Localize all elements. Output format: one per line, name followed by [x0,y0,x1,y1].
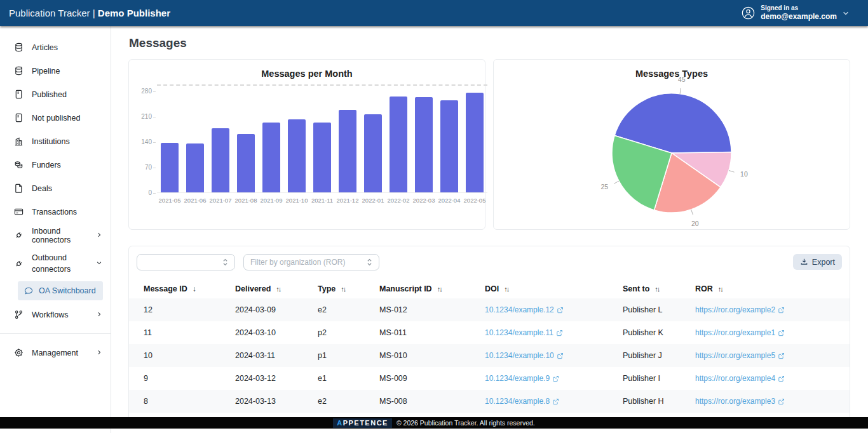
bar [186,143,204,192]
chevron-down-icon [843,8,849,19]
cell-delivered: 2024-03-11 [228,351,311,360]
doi-link[interactable]: 10.1234/example.11 [485,328,563,337]
column-header-delivered[interactable]: Delivered↑↓ [228,284,311,293]
journal-icon [14,113,24,123]
sidebar-item-published[interactable]: Published [0,83,111,106]
bar-chart-y-axis: 070140210280 [132,84,157,193]
coins-icon [14,160,24,170]
sidebar-item-workflows[interactable]: Workflows [0,303,111,326]
sidebar-item-institutions[interactable]: Institutions [0,130,111,153]
x-tick-label: 2021-09 [259,197,284,204]
cell-ror: https://ror.org/example1 [688,328,842,337]
sort-both-icon: ↑↓ [276,285,280,293]
sidebar-item-label: Funders [32,161,61,170]
bar [288,119,306,192]
pie-data-label: 25 [601,183,609,190]
cell-delivered: 2024-03-13 [228,397,311,406]
sidebar-item-inbound-connectors[interactable]: Inbound connectors [0,223,111,247]
credit-card-icon [14,207,24,216]
cell-manuscript-id: MS-012 [372,305,478,314]
doi-link[interactable]: 10.1234/example.12 [485,305,564,314]
user-menu[interactable]: Signed in as demo@example.com [742,4,849,22]
copyright-text: © 2026 Publication Tracker. All rights r… [397,419,535,427]
sidebar-item-label: OA Switchboard [39,286,96,295]
cell-delivered: 2024-03-10 [228,328,311,337]
column-header-type[interactable]: Type↑↓ [311,284,372,293]
cell-type: p2 [311,328,372,337]
cell-message-id: 10 [137,351,228,360]
ror-filter-select[interactable]: Filter by organization (ROR) [243,254,379,270]
cell-manuscript-id: MS-008 [372,397,478,406]
bar [262,123,280,192]
doi-link[interactable]: 10.1234/example.8 [485,397,559,406]
bar [364,114,382,192]
external-link-icon [552,398,559,405]
cell-sent-to: Publisher K [616,328,688,337]
table-toolbar: Filter by organization (ROR) Export [129,254,850,270]
ror-link[interactable]: https://ror.org/example2 [695,305,785,314]
sidebar-item-oa-switchboard[interactable]: OA Switchboard [18,281,103,300]
table-header-row: Message ID↓Delivered↑↓Type↑↓Manuscript I… [129,279,850,298]
column-label: ROR [695,284,713,293]
column-header-manuscript-id[interactable]: Manuscript ID↑↓ [372,284,478,293]
export-button[interactable]: Export [793,254,842,270]
x-tick-label: 2021-05 [157,197,182,204]
column-label: Delivered [235,284,271,293]
column-header-ror[interactable]: ROR↑↓ [688,284,842,293]
ror-link[interactable]: https://ror.org/example3 [695,397,785,406]
x-tick-label: 2021-07 [208,197,233,204]
sidebar-item-label: Inbound connectors [32,227,88,244]
sidebar-item-label: Published [32,90,67,99]
column-header-sent-to[interactable]: Sent to↑↓ [616,284,688,293]
sidebar-item-label: Outbound connectors [32,252,88,275]
column-label: Sent to [623,284,649,293]
doi-link[interactable]: 10.1234/example.10 [485,351,564,360]
column-header-doi[interactable]: DOI↑↓ [478,284,616,293]
sort-desc-icon: ↓ [193,284,196,293]
bar [313,123,331,192]
bar-chart-title: Messages per Month [129,69,485,79]
cell-ror: https://ror.org/example5 [688,351,842,360]
cell-type: e2 [311,305,372,314]
export-label: Export [812,258,835,267]
cell-doi: 10.1234/example.8 [478,397,616,406]
journal-icon [14,90,24,99]
pie-label-line [680,88,681,94]
cell-sent-to: Publisher I [616,374,688,383]
bar-chart-x-axis: 2021-052021-062021-072021-082021-092021-… [157,197,487,204]
column-label: Manuscript ID [379,284,432,293]
sidebar-item-label: Pipeline [32,67,60,76]
sidebar-item-not-published[interactable]: Not published [0,106,111,130]
select-chevrons-icon [360,258,372,267]
download-icon [800,258,808,266]
cell-ror: https://ror.org/example4 [688,374,842,383]
plug-icon [14,259,24,269]
cell-message-id: 8 [137,397,228,406]
sidebar-item-label: Management [32,349,78,357]
sidebar: Articles Pipeline Published Not publishe… [0,26,111,433]
doi-link[interactable]: 10.1234/example.9 [485,374,559,383]
x-tick-label: 2022-04 [437,197,462,204]
sidebar-item-deals[interactable]: Deals [0,177,111,200]
ror-link[interactable]: https://ror.org/example1 [695,328,785,337]
sidebar-item-outbound-connectors[interactable]: Outbound connectors [0,247,111,280]
column-header-message-id[interactable]: Message ID↓ [137,284,228,293]
cell-manuscript-id: MS-009 [372,374,478,383]
ror-link[interactable]: https://ror.org/example5 [695,351,785,360]
chevron-down-icon [96,259,102,268]
sidebar-item-pipeline[interactable]: Pipeline [0,59,111,83]
sidebar-item-management[interactable]: Management [0,341,111,364]
external-link-icon [556,330,563,336]
type-filter-select[interactable] [137,254,235,270]
sidebar-item-articles[interactable]: Articles [0,36,111,59]
ror-link[interactable]: https://ror.org/example4 [695,374,785,383]
page-footer: APPETENCE © 2026 Publication Tracker. Al… [0,417,868,429]
user-avatar-icon [742,6,755,20]
cell-type: e2 [311,397,372,406]
plug-icon [14,230,24,240]
sidebar-item-funders[interactable]: Funders [0,153,111,177]
sidebar-item-label: Articles [32,43,58,52]
y-tick-label: 280 [141,88,152,95]
bar-chart-card: Messages per Month 070140210280 2021-052… [128,59,485,230]
sidebar-item-transactions[interactable]: Transactions [0,200,111,223]
